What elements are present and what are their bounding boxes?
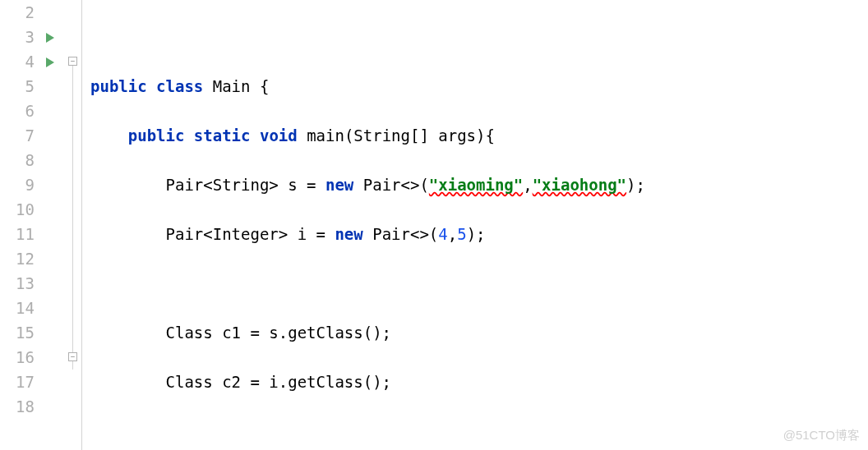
code-text: Pair<>(	[353, 176, 429, 194]
fold-gutter: − −	[64, 0, 82, 450]
line-number: 8	[0, 148, 35, 172]
code-line[interactable]: public static void main(String[] args){	[90, 123, 868, 148]
code-text: ,	[448, 225, 457, 243]
fold-open-icon[interactable]: −	[68, 57, 77, 66]
code-text: Class c1 = s.getClass();	[166, 324, 392, 342]
keyword: new	[335, 225, 362, 243]
code-text: );	[626, 176, 645, 194]
code-text: main(String[] args){	[298, 126, 495, 145]
line-number: 3	[0, 25, 35, 49]
line-number: 9	[0, 172, 35, 197]
code-text: Pair<Integer> i =	[166, 225, 335, 243]
line-number: 15	[0, 320, 35, 345]
fold-close-icon[interactable]: −	[68, 352, 77, 361]
run-icon[interactable]	[46, 57, 54, 67]
line-number: 10	[0, 197, 35, 222]
line-number: 17	[0, 370, 35, 394]
code-line[interactable]	[90, 419, 868, 443]
keyword: static	[194, 126, 251, 145]
watermark: @51CTO博客	[783, 428, 860, 443]
line-number: 11	[0, 222, 35, 246]
code-text: ,	[523, 176, 532, 194]
number-literal: 4	[438, 225, 447, 243]
keyword: class	[156, 77, 203, 95]
code-text: Main {	[203, 77, 269, 95]
line-number: 16	[0, 345, 35, 370]
code-text: Class c2 = i.getClass();	[166, 373, 392, 391]
line-number: 4	[0, 49, 35, 74]
number-literal: 5	[457, 225, 466, 243]
keyword: new	[326, 176, 353, 194]
code-text: Pair<>(	[363, 225, 439, 243]
code-line[interactable]: Pair<Integer> i = new Pair<>(4,5);	[90, 222, 868, 246]
code-line[interactable]: public class Main {	[90, 74, 868, 99]
line-number: 14	[0, 296, 35, 320]
fold-guide-line	[72, 62, 73, 370]
code-area[interactable]: public class Main { public static void m…	[82, 0, 868, 450]
line-number: 7	[0, 123, 35, 148]
code-line[interactable]: Pair<String> s = new Pair<>("xiaoming","…	[90, 172, 868, 197]
code-text: Pair<String> s =	[166, 176, 326, 194]
line-number: 6	[0, 99, 35, 123]
string-literal: "xiaoming"	[429, 176, 523, 194]
line-number: 12	[0, 246, 35, 271]
line-number: 5	[0, 74, 35, 99]
code-line[interactable]	[90, 25, 868, 49]
keyword: public	[128, 126, 185, 145]
code-line[interactable]: Class c2 = i.getClass();	[90, 370, 868, 394]
code-line[interactable]: Class c1 = s.getClass();	[90, 320, 868, 345]
code-line[interactable]	[90, 271, 868, 296]
code-editor[interactable]: 2 3 4 5 6 7 8 9 10 11 12 13 14 15 16 17 …	[0, 0, 868, 450]
run-icon-gutter	[43, 0, 64, 450]
line-number: 13	[0, 271, 35, 296]
line-number-gutter: 2 3 4 5 6 7 8 9 10 11 12 13 14 15 16 17 …	[0, 0, 43, 450]
keyword: void	[260, 126, 298, 145]
keyword: public	[90, 77, 147, 95]
line-number: 18	[0, 394, 35, 419]
line-number: 2	[0, 0, 35, 25]
run-icon[interactable]	[46, 33, 54, 43]
code-text: );	[467, 225, 486, 243]
string-literal: "xiaohong"	[533, 176, 626, 194]
